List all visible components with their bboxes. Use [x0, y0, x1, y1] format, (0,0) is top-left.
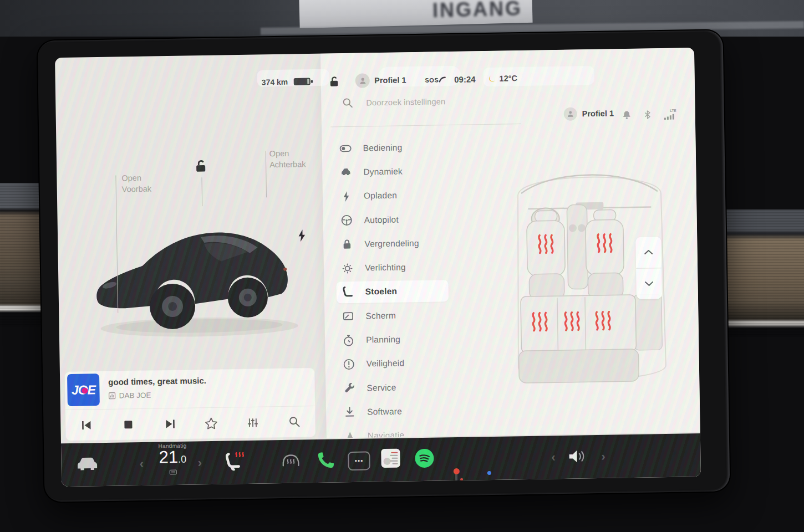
open-trunk-button[interactable]: Open Achterbak [269, 148, 321, 171]
seat-map-scroller [635, 237, 662, 299]
sun-icon [487, 74, 496, 83]
taskbar: ‹ Handmatig 21.0 › [61, 433, 701, 487]
menu-item-vergrendeling[interactable]: Vergrendeling [340, 231, 474, 257]
seat-front-left[interactable] [526, 211, 566, 300]
chevron-up-icon [644, 250, 653, 255]
menu-item-bediening[interactable]: Bediening [338, 134, 472, 160]
profile-name[interactable]: Profiel 1 [374, 75, 406, 85]
defroster-button[interactable] [281, 452, 301, 470]
phone-icon [316, 450, 336, 470]
sos-label: SOS [425, 76, 439, 83]
notification-bell-icon[interactable] [623, 110, 631, 120]
seat-icon [341, 286, 354, 299]
timer-icon [342, 334, 355, 346]
status-bar: 374 km Profiel 1 SOS [261, 68, 517, 92]
favorite-button[interactable] [202, 413, 221, 433]
person-icon [359, 76, 367, 85]
range-label: 374 km [262, 78, 288, 87]
media-source-label: DAB JOE [119, 391, 151, 400]
open-frunk-label: Open Voorbak [121, 172, 166, 195]
menu-item-verlichting[interactable]: Verlichting [340, 254, 474, 280]
unlock-icon[interactable] [328, 75, 340, 87]
equalizer-button[interactable] [243, 413, 263, 432]
profile-avatar[interactable] [355, 73, 370, 88]
photo-stage: INGANG 374 km [0, 0, 804, 532]
volume-down-chevron[interactable]: ‹ [551, 451, 556, 463]
tesla-touchscreen: 374 km Profiel 1 SOS [38, 30, 730, 502]
climate-temp-decimal: .0 [178, 454, 186, 465]
phone-button[interactable] [316, 450, 336, 470]
sos-phone-icon [439, 75, 446, 83]
defrost-icon [281, 452, 301, 470]
scroll-up-button[interactable] [635, 237, 661, 268]
trunk-callout-line [266, 151, 267, 197]
menu-item-autopilot[interactable]: Autopilot [339, 206, 473, 232]
volume-up-chevron[interactable]: › [601, 451, 605, 463]
scroll-down-button[interactable] [636, 268, 662, 299]
showroom-sign: INGANG [299, 0, 532, 28]
search-placeholder: Doorzoek instellingen [366, 97, 445, 107]
menu-item-scherm[interactable]: Scherm [341, 303, 475, 329]
menu-item-navigatie[interactable]: Navigatie [343, 422, 476, 438]
settings-search-input[interactable]: Doorzoek instellingen [342, 96, 445, 108]
car-icon [339, 166, 352, 178]
app-launcher-button[interactable]: ••• [348, 451, 370, 470]
next-track-button[interactable] [160, 414, 180, 433]
light-icon [340, 262, 354, 274]
media-search-button[interactable] [285, 412, 304, 432]
vehicle-rendering [89, 202, 300, 345]
stop-button[interactable] [119, 415, 138, 434]
media-player-card: JOE good times, great music. DAB JOE [64, 367, 316, 441]
clock: 09:24 [454, 74, 476, 84]
speaker-icon [567, 447, 588, 466]
toggle-icon [338, 142, 352, 155]
vent-icon [169, 469, 177, 475]
open-trunk-label: Open Achterbak [269, 148, 321, 171]
vehicle-unlocked-icon[interactable] [194, 158, 207, 173]
menu-item-dynamiek[interactable]: Dynamiek [339, 158, 472, 185]
volume-button[interactable] [567, 447, 588, 466]
chevron-down-icon [644, 281, 653, 286]
arcade-app-icon[interactable] [449, 468, 464, 486]
sign-text: INGANG [432, 0, 522, 22]
radio-app-icon[interactable] [381, 449, 400, 468]
heated-seat-icon [224, 451, 247, 474]
climate-control-button[interactable]: Handmatig 21.0 [150, 442, 195, 478]
settings-profile-button[interactable]: Profiel 1 [564, 106, 614, 120]
menu-item-software[interactable]: Software [343, 398, 476, 424]
outside-temp-value: 12°C [499, 74, 517, 83]
lte-label: LTE [670, 109, 676, 113]
dashboard-wood-left [0, 183, 45, 327]
seat-front-right[interactable] [585, 209, 624, 299]
outside-temp[interactable]: 12°C [487, 74, 517, 83]
star-icon: ★ [491, 484, 498, 487]
previous-track-button[interactable] [77, 416, 96, 435]
bluetooth-icon[interactable] [644, 110, 651, 119]
menu-item-veiligheid[interactable]: Veiligheid [342, 350, 475, 376]
open-frunk-button[interactable]: Open Voorbak [121, 172, 166, 195]
menu-item-planning[interactable]: Planning [342, 326, 475, 352]
download-icon [343, 406, 356, 418]
menu-item-service[interactable]: Service [342, 374, 476, 400]
navigation-icon [343, 430, 357, 438]
rear-bench [518, 295, 639, 383]
search-icon [342, 98, 353, 108]
menu-item-stoelen[interactable]: Stoelen [340, 278, 474, 304]
temp-decrease-chevron[interactable]: ‹ [139, 458, 144, 470]
dashboard-wood-right [724, 209, 804, 337]
bolt-icon [339, 190, 353, 203]
dab-icon [109, 392, 116, 400]
joe-radio-logo[interactable]: JOE [67, 374, 100, 406]
media-title: good times, great music. [108, 376, 206, 387]
vehicle-controls-button[interactable] [74, 455, 100, 472]
theater-app-icon[interactable]: ★ [480, 484, 499, 487]
spotify-app-icon[interactable] [414, 448, 435, 469]
alert-icon [342, 358, 355, 371]
profile-avatar [564, 107, 577, 120]
temp-increase-chevron[interactable]: › [197, 457, 202, 469]
settings-menu: Bediening Dynamiek Opladen Autopilot [338, 134, 476, 438]
search-divider [330, 124, 521, 127]
seat-heater-button[interactable] [224, 451, 247, 474]
menu-item-opladen[interactable]: Opladen [339, 182, 473, 208]
charge-port-icon[interactable] [296, 229, 307, 242]
